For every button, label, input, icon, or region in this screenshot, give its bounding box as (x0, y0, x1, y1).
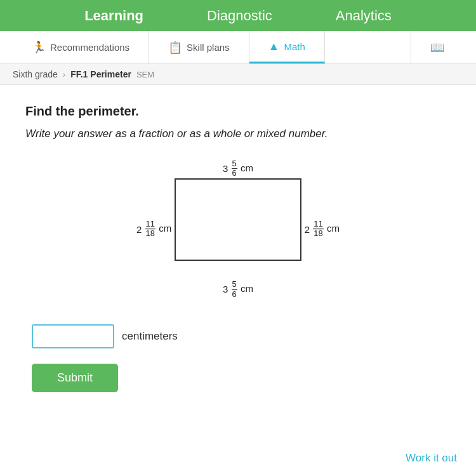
top-navigation: Learning Diagnostic Analytics (0, 0, 476, 31)
library-icon: 📖 (430, 41, 444, 55)
diagram-area: 3 5 6 cm 3 5 6 cm 2 11 (25, 159, 451, 299)
subnav-math[interactable]: ▲ Math (249, 31, 325, 63)
top-whole: 3 (223, 163, 228, 174)
right-denominator: 18 (313, 230, 323, 239)
answer-unit: centimeters (122, 330, 178, 343)
right-numerator: 11 (313, 220, 323, 229)
bottom-numerator: 5 (232, 280, 237, 289)
subnav-library[interactable]: 📖 (411, 31, 463, 63)
nav-diagnostic[interactable]: Diagnostic (201, 8, 279, 24)
breadcrumb-grade[interactable]: Sixth grade (13, 69, 58, 79)
left-fraction: 11 18 (145, 220, 155, 239)
skill-plans-icon: 📋 (168, 41, 182, 55)
bottom-fraction: 5 6 (232, 280, 237, 299)
subnav-math-label: Math (284, 41, 305, 52)
bottom-unit: cm (241, 283, 253, 294)
bottom-whole: 3 (223, 284, 228, 295)
label-top: 3 5 6 cm (223, 159, 253, 178)
nav-learning[interactable]: Learning (78, 8, 150, 24)
right-unit: cm (327, 223, 340, 234)
work-it-out-link[interactable]: Work it out (406, 452, 457, 465)
submit-button[interactable]: Submit (32, 364, 118, 392)
label-left: 2 11 18 cm (136, 220, 171, 239)
math-icon: ▲ (268, 40, 280, 53)
right-fraction: 11 18 (313, 220, 323, 239)
left-whole: 2 (136, 224, 142, 235)
diagram-container: 3 5 6 cm 3 5 6 cm 2 11 (136, 159, 340, 299)
bottom-denominator: 6 (232, 290, 237, 299)
left-unit: cm (159, 223, 171, 234)
top-numerator: 5 (232, 159, 237, 169)
recommendations-icon: 🏃 (32, 41, 46, 55)
left-numerator: 11 (145, 220, 155, 229)
breadcrumb: Sixth grade › FF.1 Perimeter SEM (0, 64, 476, 85)
answer-area: centimeters (25, 324, 451, 348)
rectangle-shape (175, 178, 301, 261)
right-whole: 2 (305, 224, 310, 235)
nav-analytics[interactable]: Analytics (329, 8, 398, 24)
sub-navigation: 🏃 Recommendations 📋 Skill plans ▲ Math 📖 (0, 31, 476, 64)
left-denominator: 18 (145, 230, 155, 239)
subnav-recommendations[interactable]: 🏃 Recommendations (13, 31, 149, 63)
question-instruction: Write your answer as a fraction or as a … (25, 128, 451, 140)
top-denominator: 6 (232, 169, 237, 178)
subnav-skill-plans[interactable]: 📋 Skill plans (149, 31, 249, 63)
answer-input[interactable] (32, 324, 114, 348)
label-right: 2 11 18 cm (305, 220, 340, 239)
breadcrumb-tag: SEM (136, 70, 154, 79)
main-content: Find the perimeter. Write your answer as… (0, 85, 476, 411)
top-unit: cm (241, 162, 253, 173)
breadcrumb-code: FF.1 Perimeter (70, 69, 131, 79)
question-title: Find the perimeter. (25, 104, 451, 119)
label-bottom: 3 5 6 cm (223, 280, 253, 299)
subnav-skill-plans-label: Skill plans (187, 42, 230, 53)
breadcrumb-chevron: › (63, 70, 65, 79)
top-fraction: 5 6 (232, 159, 237, 178)
subnav-recommendations-label: Recommendations (50, 42, 129, 53)
